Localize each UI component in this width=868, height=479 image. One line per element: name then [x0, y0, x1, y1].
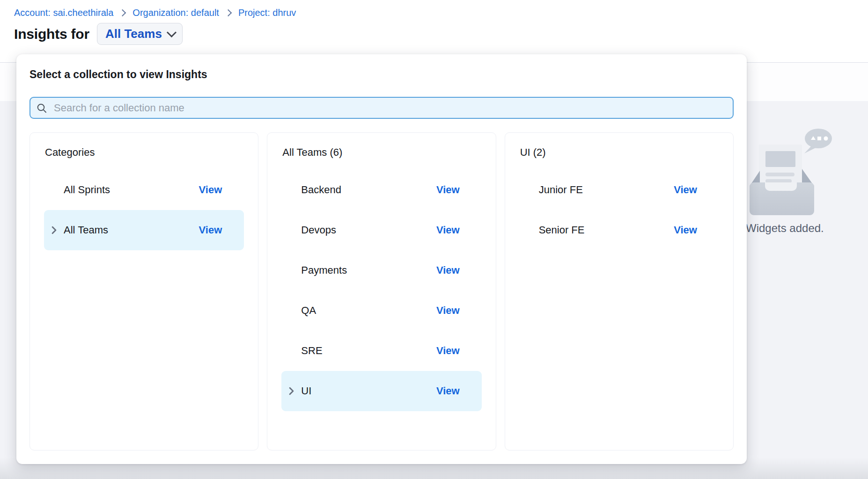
collection-search — [29, 97, 734, 119]
column-header: Categories — [45, 146, 244, 159]
breadcrumb-link[interactable]: Organization: default — [132, 7, 219, 18]
view-link[interactable]: View — [436, 305, 460, 317]
collection-name: Backend — [301, 184, 436, 196]
collection-columns: Categories All Sprints View — [29, 132, 734, 450]
column-rows: All Sprints View All Teams View — [44, 170, 244, 250]
collection-row[interactable]: Payments View — [281, 250, 481, 290]
collection-name: All Sprints — [64, 184, 199, 196]
collection-row[interactable]: All Teams View — [44, 210, 244, 250]
column-rows: Backend View Devops View Payments — [281, 170, 481, 411]
insights-header: Insights for All Teams — [14, 23, 183, 45]
collection-column: All Teams (6) Backend View Devops V — [267, 132, 496, 450]
chevron-right-icon — [225, 9, 232, 17]
breadcrumb-link[interactable]: Account: sai.cheethirala — [14, 7, 113, 18]
chevron-right-icon — [119, 9, 126, 17]
modal-title: Select a collection to view Insights — [29, 67, 734, 81]
view-link[interactable]: View — [199, 224, 222, 236]
breadcrumb-item: Organization: default — [113, 7, 219, 18]
page-title: Insights for — [14, 26, 89, 42]
breadcrumb-item: Account: sai.cheethirala — [14, 7, 113, 18]
collection-name: Payments — [301, 264, 436, 276]
collection-name: SRE — [301, 345, 436, 357]
collection-row[interactable]: Devops View — [281, 210, 481, 250]
empty-state-illustration — [750, 116, 839, 220]
view-link[interactable]: View — [436, 184, 460, 196]
collection-name: Devops — [301, 224, 436, 236]
collection-name: Senior FE — [539, 224, 674, 236]
empty-state-text: Widgets added. — [746, 222, 824, 235]
breadcrumb: Account: sai.cheethirala Organization: d… — [14, 7, 296, 18]
search-icon — [36, 102, 47, 114]
collection-name: UI — [301, 385, 436, 397]
collection-column: Categories All Sprints View — [29, 132, 258, 450]
view-link[interactable]: View — [436, 264, 460, 276]
collection-row[interactable]: Senior FE View — [519, 210, 719, 250]
chevron-right-icon — [51, 226, 57, 234]
chevron-down-icon — [167, 28, 177, 37]
chevron-right-icon — [288, 387, 294, 395]
collection-picker-modal: Select a collection to view Insights Cat… — [16, 54, 747, 464]
view-link[interactable]: View — [436, 385, 460, 397]
view-link[interactable]: View — [436, 345, 460, 357]
view-link[interactable]: View — [674, 224, 697, 236]
search-input[interactable] — [53, 102, 727, 115]
collection-row[interactable]: All Sprints View — [44, 170, 244, 210]
column-rows: Junior FE View Senior FE View — [519, 170, 719, 250]
collection-name: QA — [301, 305, 436, 317]
collection-column: UI (2) Junior FE View Senior FE Vie — [505, 132, 734, 450]
collection-selector-button[interactable]: All Teams — [97, 23, 183, 45]
breadcrumb-item: Project: dhruv — [219, 7, 296, 18]
collection-name: All Teams — [64, 224, 199, 236]
collection-row[interactable]: Junior FE View — [519, 170, 719, 210]
column-header: All Teams (6) — [282, 146, 481, 159]
view-link[interactable]: View — [436, 224, 460, 236]
view-link[interactable]: View — [674, 184, 697, 196]
collection-row[interactable]: UI View — [281, 371, 481, 411]
breadcrumb-link[interactable]: Project: dhruv — [238, 7, 296, 18]
view-link[interactable]: View — [199, 184, 222, 196]
collection-row[interactable]: QA View — [281, 290, 481, 331]
collection-row[interactable]: Backend View — [281, 170, 481, 210]
collection-selector-value: All Teams — [105, 27, 162, 41]
collection-row[interactable]: SRE View — [281, 331, 481, 371]
collection-name: Junior FE — [539, 184, 674, 196]
inbox-illustration-icon — [750, 116, 839, 218]
column-header: UI (2) — [520, 146, 719, 159]
